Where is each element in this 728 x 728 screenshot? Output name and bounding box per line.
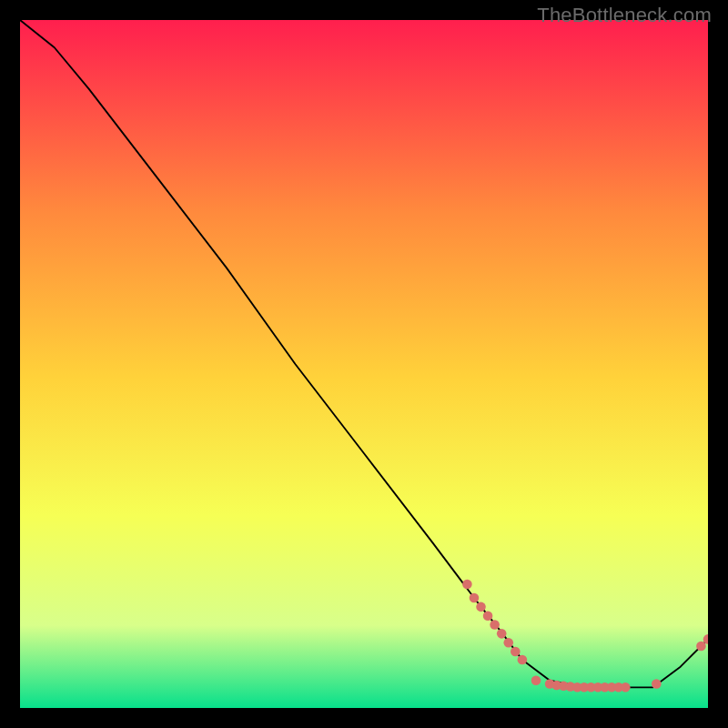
chart-point	[621, 682, 631, 693]
chart-point	[483, 611, 493, 621]
chart-point	[462, 580, 472, 590]
chart-point	[476, 602, 486, 612]
chart-curve	[20, 20, 708, 687]
chart-point	[470, 593, 480, 603]
chart-point	[652, 679, 662, 689]
chart-point	[490, 620, 500, 630]
chart-point	[497, 629, 507, 639]
chart-point	[511, 647, 521, 657]
chart-point	[696, 642, 706, 652]
chart-point	[531, 675, 541, 685]
chart-plot-area	[20, 20, 708, 708]
chart-points-group	[462, 580, 708, 693]
chart-point	[503, 638, 513, 648]
chart-point	[518, 655, 528, 665]
watermark-text: TheBottleneck.com	[537, 4, 712, 27]
chart-overlay	[20, 20, 708, 708]
